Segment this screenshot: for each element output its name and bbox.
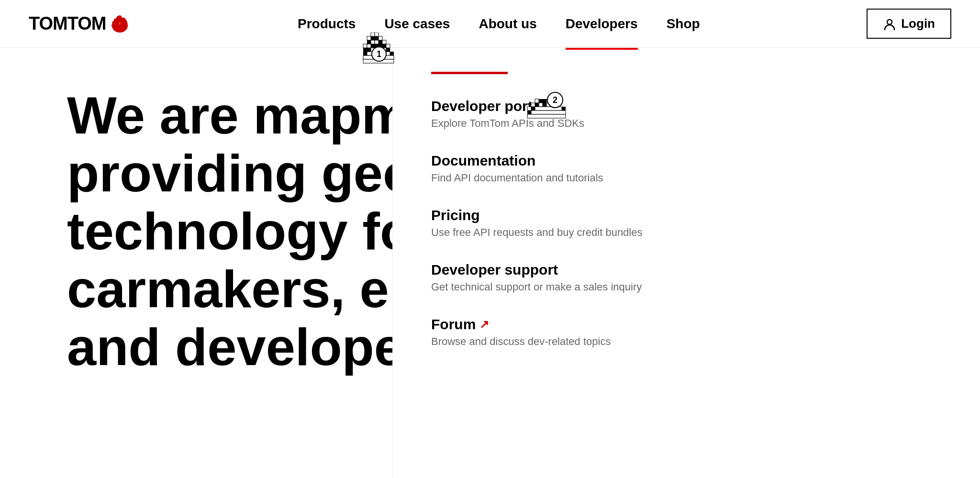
main-nav: Products Use cases About us Developers S… <box>298 11 700 36</box>
svg-rect-3 <box>367 36 371 40</box>
svg-rect-6 <box>379 36 382 40</box>
svg-rect-14 <box>371 44 375 48</box>
svg-rect-35 <box>539 99 543 103</box>
nav-products[interactable]: Products <box>298 11 356 36</box>
login-button[interactable]: Login <box>867 9 951 39</box>
dropdown-item-forum[interactable]: Forum ↗ Browse and discuss dev-related t… <box>431 316 942 348</box>
cursor-1: 1 <box>361 33 404 82</box>
svg-point-0 <box>887 20 892 24</box>
svg-text:2: 2 <box>553 95 557 105</box>
svg-rect-47 <box>527 107 531 111</box>
dropdown-item-title: Pricing <box>431 207 942 223</box>
svg-rect-7 <box>367 40 371 44</box>
svg-rect-38 <box>539 103 543 107</box>
svg-rect-18 <box>386 44 390 48</box>
nav-about-us[interactable]: About us <box>479 11 536 36</box>
logo-text: TOMTOM <box>29 13 106 34</box>
dropdown-item-developer-support[interactable]: Developer support Get technical support … <box>431 262 942 293</box>
svg-rect-4 <box>371 36 375 40</box>
external-link-icon: ↗ <box>479 318 489 331</box>
svg-rect-12 <box>363 44 367 48</box>
dropdown-item-desc: Explore TomTom APIs and SDKs <box>431 117 942 130</box>
dropdown-item-pricing[interactable]: Pricing Use free API requests and buy cr… <box>431 207 942 239</box>
dropdown-item-developer-portal[interactable]: Developer portal Explore TomTom APIs and… <box>431 98 942 130</box>
nav-shop[interactable]: Shop <box>667 11 700 36</box>
dropdown-item-desc: Browse and discuss dev-related topics <box>431 335 942 348</box>
nav-developers[interactable]: Developers <box>566 11 638 36</box>
svg-rect-36 <box>531 107 535 111</box>
developers-dropdown: Developer portal Explore TomTom APIs and… <box>392 48 980 478</box>
svg-rect-5 <box>375 36 379 40</box>
logo[interactable]: TOMTOM <box>29 13 131 34</box>
user-icon <box>883 17 896 31</box>
svg-text:1: 1 <box>377 49 381 59</box>
logo-icon <box>110 13 131 34</box>
dropdown-item-desc: Get technical support or make a sales in… <box>431 281 942 293</box>
svg-rect-39 <box>543 99 546 103</box>
svg-rect-10 <box>379 40 382 44</box>
svg-rect-49 <box>562 107 566 111</box>
dropdown-item-desc: Use free API requests and buy credit bun… <box>431 226 942 239</box>
login-label: Login <box>901 16 935 31</box>
svg-rect-51 <box>531 111 566 114</box>
svg-rect-26 <box>363 52 367 56</box>
svg-rect-52 <box>527 114 566 118</box>
dropdown-item-title: Documentation <box>431 153 942 169</box>
svg-rect-8 <box>371 40 375 44</box>
svg-rect-33 <box>531 103 535 107</box>
svg-rect-28 <box>390 52 394 56</box>
svg-rect-1 <box>371 33 375 36</box>
dropdown-item-desc: Find API documentation and tutorials <box>431 172 942 184</box>
svg-rect-34 <box>535 99 539 103</box>
svg-rect-37 <box>535 103 539 107</box>
dropdown-item-title: Developer portal <box>431 98 942 114</box>
svg-rect-25 <box>386 48 390 52</box>
svg-rect-17 <box>382 44 386 48</box>
cursor-2: 2 <box>522 89 569 143</box>
svg-rect-19 <box>363 48 367 52</box>
svg-rect-2 <box>375 33 379 36</box>
svg-rect-50 <box>527 111 531 114</box>
svg-rect-20 <box>367 48 371 52</box>
svg-rect-11 <box>382 40 386 44</box>
svg-rect-40 <box>543 103 546 107</box>
dropdown-item-title: Developer support <box>431 262 942 278</box>
dropdown-underline <box>431 72 508 74</box>
dropdown-item-documentation[interactable]: Documentation Find API documentation and… <box>431 153 942 184</box>
svg-rect-13 <box>367 44 371 48</box>
svg-rect-9 <box>375 40 379 44</box>
header: TOMTOM Products Use cases About us Devel… <box>0 0 980 48</box>
dropdown-item-title: Forum ↗ <box>431 316 942 333</box>
